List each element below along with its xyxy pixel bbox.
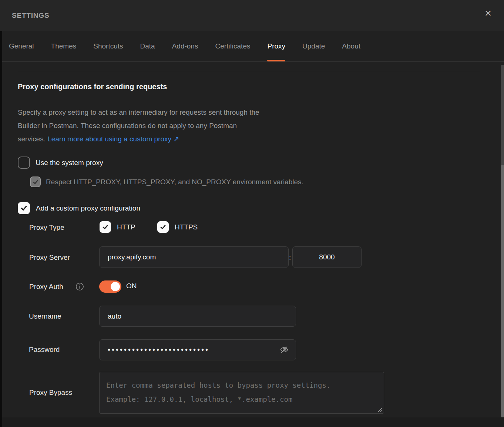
- password-input[interactable]: [99, 339, 296, 360]
- add-custom-proxy-label: Add a custom proxy configuration: [36, 204, 140, 212]
- proxy-type-https: HTTPS: [157, 221, 198, 233]
- tab-addons[interactable]: Add-ons: [172, 31, 198, 61]
- settings-tabbar: General Themes Shortcuts Data Add-ons Ce…: [0, 31, 504, 62]
- tab-certificates[interactable]: Certificates: [215, 31, 250, 61]
- background-edge: [0, 31, 2, 427]
- proxy-type-label: Proxy Type: [29, 223, 64, 232]
- proxy-port-input[interactable]: [292, 246, 362, 268]
- https-label: HTTPS: [175, 223, 198, 231]
- tab-about[interactable]: About: [342, 31, 360, 61]
- settings-dialog: SETTINGS × General Themes Shortcuts Data…: [0, 0, 504, 427]
- tab-update[interactable]: Update: [302, 31, 325, 61]
- toggle-knob: [111, 282, 120, 291]
- use-system-proxy-label: Use the system proxy: [36, 159, 103, 167]
- checkmark-icon: [159, 223, 167, 231]
- learn-more-link[interactable]: Learn more about using a custom proxy ↗: [47, 135, 179, 143]
- use-system-proxy-checkbox[interactable]: [18, 157, 30, 169]
- tab-general[interactable]: General: [9, 31, 34, 61]
- add-custom-proxy-row: Add a custom proxy configuration: [18, 202, 140, 214]
- proxy-server-label: Proxy Server: [29, 253, 70, 262]
- scrollbar-thumb[interactable]: [501, 165, 504, 417]
- add-custom-proxy-checkbox[interactable]: [18, 202, 30, 214]
- proxy-server-input[interactable]: [99, 246, 289, 268]
- checkmark-icon: [32, 179, 39, 185]
- section-title: Proxy configurations for sending request…: [18, 83, 167, 91]
- eye-off-icon: [280, 344, 289, 355]
- proxy-bypass-textarea[interactable]: [99, 372, 384, 414]
- https-checkbox[interactable]: [157, 221, 169, 233]
- tab-data[interactable]: Data: [140, 31, 155, 61]
- proxy-auth-state: ON: [126, 282, 137, 290]
- toggle-password-visibility-button[interactable]: [278, 344, 291, 356]
- tab-themes[interactable]: Themes: [51, 31, 77, 61]
- respect-env-label: Respect HTTP_PROXY, HTTPS_PROXY, and NO_…: [46, 178, 303, 186]
- section-description: Specify a proxy setting to act as an int…: [18, 106, 358, 146]
- checkmark-icon: [20, 204, 28, 212]
- content-divider: [18, 71, 480, 71]
- dialog-title: SETTINGS: [12, 0, 49, 31]
- close-icon[interactable]: ×: [480, 5, 496, 21]
- respect-env-checkbox[interactable]: [30, 176, 41, 187]
- password-label: Password: [29, 346, 60, 354]
- proxy-settings-panel: Proxy configurations for sending request…: [0, 62, 504, 417]
- external-link-icon: ↗: [173, 135, 179, 143]
- proxy-bypass-label: Proxy Bypass: [29, 389, 72, 397]
- tab-proxy[interactable]: Proxy: [267, 31, 285, 61]
- active-tab-underline: [267, 60, 285, 61]
- dialog-header: SETTINGS ×: [0, 0, 504, 31]
- use-system-proxy-row: Use the system proxy: [18, 157, 103, 169]
- info-icon[interactable]: [75, 282, 84, 291]
- respect-env-row: Respect HTTP_PROXY, HTTPS_PROXY, and NO_…: [30, 176, 303, 187]
- http-label: HTTP: [117, 223, 135, 231]
- proxy-auth-toggle[interactable]: [99, 280, 121, 293]
- proxy-type-http: HTTP: [100, 221, 135, 233]
- http-checkbox[interactable]: [100, 221, 111, 233]
- tab-shortcuts[interactable]: Shortcuts: [93, 31, 123, 61]
- dialog-footer-strip: [0, 417, 504, 427]
- checkmark-icon: [102, 223, 109, 231]
- proxy-auth-label: Proxy Auth: [29, 283, 63, 291]
- username-input[interactable]: [99, 306, 296, 327]
- username-label: Username: [29, 312, 61, 320]
- port-separator: :: [289, 253, 291, 262]
